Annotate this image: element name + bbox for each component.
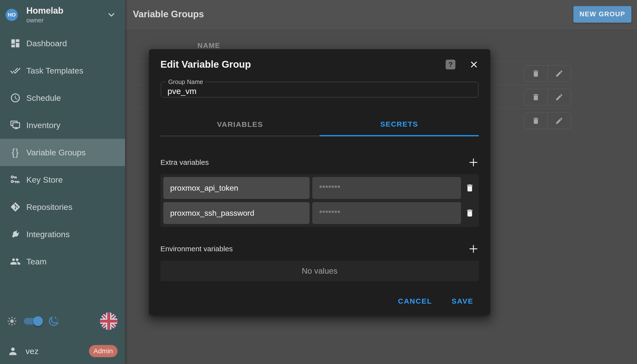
secret-key-input[interactable] [163,202,310,224]
workspace-switcher[interactable]: HO Homelab owner [0,0,125,30]
table-row-actions [524,112,571,129]
double-check-icon [10,65,21,76]
clock-icon [10,92,21,104]
group-name-input[interactable] [161,85,469,96]
admin-badge: Admin [89,345,117,357]
braces-icon: {} [10,147,21,158]
sidebar-item-key-store[interactable]: Key Store [0,166,125,193]
moon-icon [48,316,60,327]
git-icon [10,201,21,212]
no-values-placeholder: No values [160,260,479,281]
close-icon[interactable] [469,60,479,70]
sidebar-item-integrations[interactable]: Integrations [0,220,125,248]
workspace-avatar: HO [6,9,18,21]
tab-variables[interactable]: VARIABLES [160,113,320,136]
language-flag-uk[interactable] [100,312,117,330]
environment-variables-section-header: Environment variables [160,242,479,256]
people-icon [10,256,21,267]
secret-row [163,202,476,224]
chevron-down-icon[interactable] [107,10,116,20]
extra-variables-panel [160,174,479,227]
user-row[interactable]: vez Admin [0,344,125,358]
add-environment-variable-icon[interactable] [468,244,479,254]
sidebar-item-inventory[interactable]: Inventory [0,112,125,139]
add-extra-variable-icon[interactable] [468,157,479,168]
page-title: Variable Groups [133,9,204,20]
edit-group-button[interactable] [548,66,571,82]
delete-secret-icon[interactable] [464,202,476,224]
new-group-button[interactable]: NEW GROUP [573,6,631,23]
delete-group-button[interactable] [524,113,548,129]
cancel-button[interactable]: CANCEL [393,294,438,308]
sidebar-item-team[interactable]: Team [0,248,125,275]
table-row-actions [524,65,571,82]
sidebar-item-schedule[interactable]: Schedule [0,84,125,112]
delete-secret-icon[interactable] [464,177,476,199]
dashboard-icon [10,38,21,49]
delete-group-button[interactable] [524,89,548,105]
monitor-icon [10,120,21,131]
table-row-actions [524,89,571,106]
user-name: vez [26,346,39,356]
dialog-header: Edit Variable Group ? [160,49,479,70]
save-button[interactable]: SAVE [446,294,479,308]
workspace-name: Homelab [26,6,63,16]
dark-mode-toggle[interactable] [24,318,42,324]
extra-variables-title: Extra variables [160,158,209,166]
edit-group-button[interactable] [548,113,571,129]
secret-key-input[interactable] [163,177,310,199]
plug-icon [10,229,21,240]
sidebar-item-task-templates[interactable]: Task Templates [0,57,125,84]
environment-variables-title: Environment variables [160,245,233,253]
workspace-role: owner [26,17,63,24]
secret-value-input[interactable] [312,177,461,199]
group-name-label: Group Name [166,79,205,85]
dialog-title: Edit Variable Group [160,59,251,70]
sun-icon [7,316,17,326]
secret-row [163,177,476,199]
edit-group-button[interactable] [548,89,571,105]
sidebar-menu: Dashboard Task Templates Schedule Invent… [0,30,125,275]
edit-variable-group-dialog: Edit Variable Group ? Group Name VARIABL… [149,49,490,315]
user-icon [8,346,18,356]
sidebar-item-dashboard[interactable]: Dashboard [0,30,125,57]
appbar: Variable Groups NEW GROUP [125,0,637,29]
theme-switcher-row [0,312,125,330]
dialog-actions: CANCEL SAVE [160,294,479,308]
help-icon[interactable]: ? [446,60,455,70]
secret-value-input[interactable] [312,202,461,224]
sidebar-item-variable-groups[interactable]: {} Variable Groups [0,139,125,166]
keys-icon [10,174,21,185]
delete-group-button[interactable] [524,66,548,82]
sidebar-item-repositories[interactable]: Repositories [0,193,125,220]
sidebar: HO Homelab owner Dashboard Task Template… [0,0,125,364]
extra-variables-section-header: Extra variables [160,156,479,169]
name-column-header: NAME [197,42,220,50]
group-name-field: Group Name [161,79,478,98]
tab-secrets[interactable]: SECRETS [320,113,479,136]
dialog-tabs: VARIABLES SECRETS [160,113,479,136]
